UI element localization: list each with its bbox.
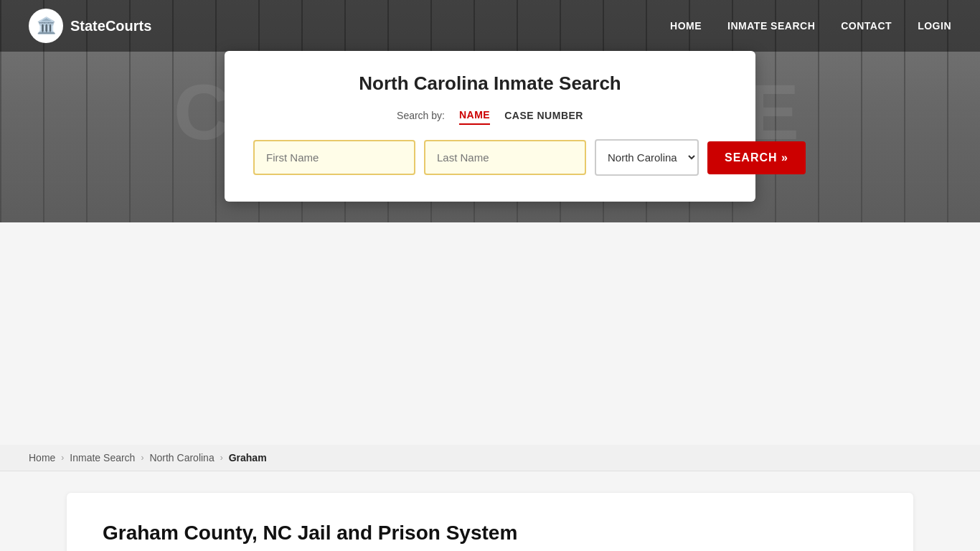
last-name-input[interactable] [424, 140, 586, 175]
state-select[interactable]: North Carolina Alabama Alaska Arizona Ar… [595, 139, 699, 176]
search-card: North Carolina Inmate Search Search by: … [225, 51, 755, 202]
county-title: Graham County, NC Jail and Prison System [103, 522, 877, 545]
logo-text: StateCourts [70, 18, 151, 34]
main-content: Graham County, NC Jail and Prison System… [67, 493, 913, 551]
nav-inmate-search[interactable]: INMATE SEARCH [727, 20, 815, 32]
breadcrumb-sep-2: › [141, 453, 143, 463]
nav-login[interactable]: LOGIN [918, 20, 951, 32]
nav-contact[interactable]: CONTACT [841, 20, 892, 32]
navigation: 🏛️ StateCourts HOME INMATE SEARCH CONTAC… [0, 0, 980, 52]
tab-case-number[interactable]: CASE NUMBER [504, 107, 583, 124]
breadcrumb: Home › Inmate Search › North Carolina › … [0, 445, 980, 471]
search-by-row: Search by: NAME CASE NUMBER [253, 106, 727, 125]
breadcrumb-sep-3: › [220, 453, 223, 463]
tab-name[interactable]: NAME [459, 106, 490, 125]
breadcrumb-sep-1: › [61, 453, 64, 463]
first-name-input[interactable] [253, 140, 415, 175]
hero-section: COURTHOUSE 🏛️ StateCourts HOME INMATE SE… [0, 0, 980, 222]
search-button[interactable]: SEARCH » [707, 141, 806, 174]
search-by-label: Search by: [397, 110, 445, 121]
breadcrumb-inmate-search[interactable]: Inmate Search [70, 452, 135, 463]
breadcrumb-current: Graham [229, 452, 267, 463]
nav-home[interactable]: HOME [670, 20, 702, 32]
search-card-title: North Carolina Inmate Search [253, 72, 727, 95]
logo-link[interactable]: 🏛️ StateCourts [29, 9, 151, 43]
breadcrumb-home[interactable]: Home [29, 452, 55, 463]
search-inputs-row: North Carolina Alabama Alaska Arizona Ar… [253, 139, 727, 176]
nav-links: HOME INMATE SEARCH CONTACT LOGIN [670, 19, 951, 32]
breadcrumb-north-carolina[interactable]: North Carolina [149, 452, 214, 463]
logo-icon: 🏛️ [29, 9, 63, 43]
